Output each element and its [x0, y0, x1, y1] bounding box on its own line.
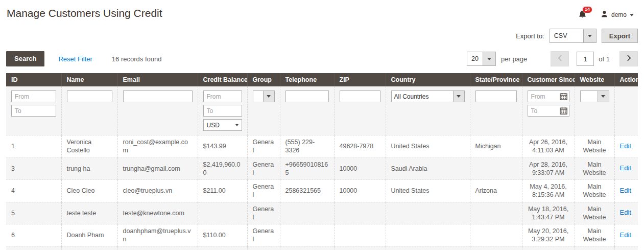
filter-state-input[interactable]: [475, 90, 517, 102]
column-header-credit-balance[interactable]: Credit Balance: [198, 73, 247, 86]
filter-website-select[interactable]: [580, 90, 609, 102]
cell-name: Veronica Costello: [61, 135, 117, 158]
page-number-input[interactable]: [577, 52, 594, 66]
cell-email: trungha@gmail.com: [117, 157, 198, 180]
chevron-right-icon: [627, 55, 631, 63]
export-to-label: Export to:: [516, 32, 544, 40]
column-header-website[interactable]: Website: [575, 73, 614, 86]
column-header-action: Action: [614, 73, 638, 86]
cell-telephone: (555) 229-3326: [280, 135, 334, 158]
prev-page-button[interactable]: [551, 51, 569, 66]
filter-country-select[interactable]: All Countries: [391, 90, 465, 102]
chevron-down-icon: [453, 91, 464, 102]
page-of-label: of 1: [599, 55, 610, 63]
cell-name: trung ha: [61, 157, 117, 180]
records-found-label: 16 records found: [112, 55, 162, 63]
cell-name: Doanh Pham: [61, 224, 117, 247]
filter-group-select[interactable]: [253, 90, 275, 102]
cell-country: [386, 202, 470, 224]
cell-email: doanhpham@trueplus.vn: [117, 224, 198, 247]
cell-telephone: [280, 224, 334, 247]
notifications-badge: 14: [582, 6, 592, 13]
chevron-down-icon: [598, 91, 609, 102]
column-header-email[interactable]: Email: [117, 73, 198, 86]
filter-id-from-input[interactable]: [11, 90, 56, 102]
cell-website: Main Website: [575, 135, 614, 158]
cell-zip: [334, 224, 386, 247]
column-header-zip[interactable]: ZIP: [334, 73, 386, 86]
export-format-value: CSV: [550, 29, 583, 42]
table-row: 5 teste teste teste@knewtone.com General…: [6, 202, 638, 224]
export-format-select[interactable]: CSV: [550, 29, 597, 43]
calendar-icon[interactable]: [560, 107, 567, 115]
cell-customer-since: May 20, 2016, 3:29:32 PM: [522, 224, 575, 247]
column-header-country[interactable]: Country: [386, 73, 470, 86]
table-row: 4 Cleo Cleo cleo@trueplus.vn $211.00 Gen…: [6, 180, 638, 202]
cell-website: Main Website: [575, 157, 614, 180]
notifications-button[interactable]: 14: [578, 10, 587, 19]
cell-customer-since: May 18, 2016, 1:43:47 PM: [522, 202, 575, 224]
country-filter-value: All Countries: [392, 91, 453, 102]
cell-state-province: Alabama: [470, 246, 522, 250]
table-row: 6 Doanh Pham doanhpham@trueplus.vn $110.…: [6, 224, 638, 247]
column-header-telephone[interactable]: Telephone: [280, 73, 334, 86]
edit-link[interactable]: Edit: [620, 142, 631, 150]
filter-credit-from-input[interactable]: [203, 90, 242, 102]
filter-currency-select[interactable]: USD: [203, 119, 242, 131]
cell-id: 6: [6, 224, 61, 247]
cell-website: Main Website: [575, 180, 614, 202]
column-header-customer-since[interactable]: Customer Since: [522, 73, 575, 86]
export-button[interactable]: Export: [602, 29, 638, 43]
customers-grid: ID Name Email Credit Balance Group Telep…: [6, 73, 638, 250]
filter-credit-to-input[interactable]: [203, 105, 242, 117]
grid-body: 1 Veronica Costello roni_cost@example.co…: [6, 135, 638, 250]
cell-email: cleo@trueplus.vn: [117, 180, 198, 202]
cell-credit-balance: [198, 202, 247, 224]
cell-website: Main Website: [575, 202, 614, 224]
cell-country: United States: [386, 246, 470, 250]
cell-country: United States: [386, 135, 470, 158]
filter-zip-input[interactable]: [340, 90, 380, 102]
cell-credit-balance: $211.00: [198, 180, 247, 202]
search-button[interactable]: Search: [6, 51, 44, 66]
cell-customer-since: Apr 28, 2016, 9:33:07 AM: [522, 157, 575, 180]
calendar-icon[interactable]: [560, 93, 567, 100]
per-page-label: per page: [501, 55, 527, 63]
filter-email-input[interactable]: [123, 90, 193, 102]
cell-country: United States: [386, 180, 470, 202]
cell-id: 1: [6, 135, 61, 158]
edit-link[interactable]: Edit: [620, 187, 631, 194]
column-header-id[interactable]: ID: [6, 73, 61, 86]
chevron-down-icon: [235, 124, 238, 126]
cell-id: 5: [6, 202, 61, 224]
cell-id: 4: [6, 180, 61, 202]
filter-telephone-input[interactable]: [285, 90, 329, 102]
column-header-state-province[interactable]: State/Province: [470, 73, 522, 86]
cell-telephone: +966590108165: [280, 157, 334, 180]
cell-country: Saudi Arabia: [386, 157, 470, 180]
user-menu[interactable]: demo: [601, 10, 634, 19]
grid-filter-row: USD All Countries: [6, 86, 638, 135]
filter-name-input[interactable]: [67, 90, 112, 102]
reset-filter-link[interactable]: Reset Filter: [58, 55, 92, 63]
cell-group: General: [247, 157, 280, 180]
cell-email: roni_cost@example.com: [117, 135, 198, 158]
cell-email: teste@knewtone.com: [117, 202, 198, 224]
filter-id-to-input[interactable]: [11, 105, 56, 117]
cell-website: Main Website: [575, 224, 614, 247]
cell-state-province: [470, 224, 522, 247]
next-page-button[interactable]: [619, 51, 638, 66]
cell-state-province: [470, 157, 522, 180]
cell-group: General: [247, 246, 280, 250]
cell-telephone: [280, 202, 334, 224]
edit-link[interactable]: Edit: [620, 209, 631, 216]
column-header-group[interactable]: Group: [247, 73, 280, 86]
column-header-name[interactable]: Name: [61, 73, 117, 86]
per-page-select[interactable]: 20: [467, 52, 496, 66]
cell-zip: 10000: [334, 180, 386, 202]
cell-telephone: 123: [280, 246, 334, 250]
edit-link[interactable]: Edit: [620, 231, 631, 239]
table-row: 1 Veronica Costello roni_cost@example.co…: [6, 135, 638, 158]
edit-link[interactable]: Edit: [620, 164, 631, 172]
table-row: 3 trung ha trungha@gmail.com $2,419,960.…: [6, 157, 638, 180]
